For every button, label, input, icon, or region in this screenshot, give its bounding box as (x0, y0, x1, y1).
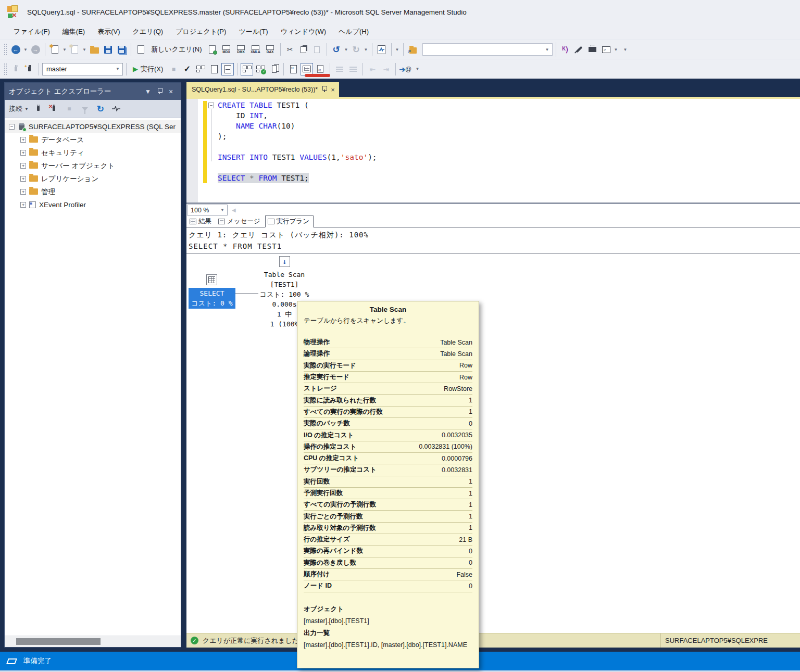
dax-query-button[interactable]: DAX (264, 45, 277, 54)
tree-node[interactable]: +セキュリティ (5, 146, 181, 159)
object-explorer-header[interactable]: オブジェクト エクスプローラー ▼ × (5, 83, 181, 100)
query-options-button[interactable] (208, 63, 220, 75)
toolbox-button[interactable] (586, 43, 599, 56)
table-scan-icon[interactable]: ↓ (279, 256, 290, 267)
results-to-file-button[interactable]: 01 (314, 63, 327, 75)
code-line[interactable]: ID INT, (218, 110, 800, 121)
execution-plan-canvas[interactable]: ↓ Table Scan[TEST1]コスト: 100 %0.000s1 中1 … (186, 253, 800, 633)
properties-wrench-button[interactable] (573, 43, 585, 56)
tree-node[interactable]: +管理 (5, 185, 181, 198)
chevron-down-icon[interactable]: ▼ (344, 43, 349, 56)
chevron-down-icon[interactable]: ▼ (115, 63, 120, 75)
chevron-down-icon[interactable]: ▼ (62, 43, 67, 56)
add-item-button[interactable]: ✱ (68, 43, 81, 56)
menu-item-3[interactable]: クエリ(Q) (127, 25, 170, 39)
document-tab[interactable]: SQLQuery1.sql - SU...APTOP5¥reclo (53))*… (186, 82, 339, 97)
estimated-plan-button[interactable] (194, 63, 207, 75)
results-tab-メッセージ[interactable]: メッセージ (216, 216, 264, 227)
activity-monitor-button[interactable] (376, 43, 388, 56)
navigate-forward-button[interactable]: → (29, 43, 42, 56)
save-all-button[interactable] (115, 43, 128, 56)
code-line[interactable]: NAME CHAR(10) (218, 121, 800, 131)
new-project-button[interactable]: ✱ (48, 43, 61, 56)
collapse-icon[interactable]: − (9, 124, 15, 130)
chevron-down-icon[interactable]: ▼ (364, 43, 369, 56)
expand-icon[interactable]: + (20, 189, 26, 195)
live-query-statistics-button[interactable]: ✓ (254, 63, 267, 75)
tree-node[interactable]: +サーバー オブジェクト (5, 159, 181, 172)
database-engine-query-button[interactable] (206, 43, 219, 56)
save-button[interactable] (102, 43, 114, 56)
chevron-down-icon[interactable]: ▼ (395, 43, 400, 56)
toolbar-grip[interactable] (4, 43, 7, 56)
results-tab-実行プラン[interactable]: 実行プラン (265, 215, 314, 227)
results-to-grid-button[interactable] (301, 63, 313, 75)
activity-monitor-icon[interactable] (110, 103, 122, 115)
results-tab-結果[interactable]: 結果 (188, 216, 215, 227)
decrease-indent-button[interactable]: ⇤ (366, 63, 379, 75)
tree-node[interactable]: +レプリケーション (5, 172, 181, 185)
change-connection-button[interactable]: ✦ (23, 63, 35, 75)
code-line[interactable]: CREATE TABLE TEST1 ( (218, 100, 800, 110)
chevron-down-icon[interactable]: ▼ (545, 43, 550, 56)
toolbar-overflow-button[interactable]: ▼ (623, 43, 628, 56)
close-icon[interactable]: × (331, 86, 335, 94)
navigate-back-button[interactable]: ← (9, 43, 22, 56)
command-window-button[interactable]: > (600, 43, 612, 56)
results-to-text-button[interactable]: 01 (287, 63, 299, 75)
dmx-query-button[interactable]: DMX (234, 45, 248, 54)
vs-code-window-button[interactable]: ᴷ⟩ (559, 43, 572, 56)
tree-node[interactable]: +XEvent Profiler (5, 198, 181, 211)
comment-lines-button[interactable] (333, 63, 346, 75)
cancel-query-button[interactable]: ■ (167, 63, 180, 75)
scroll-left-icon[interactable]: ◀ (232, 207, 236, 213)
auto-hide-pin-icon[interactable] (154, 87, 165, 96)
open-file-button[interactable] (88, 43, 101, 56)
select-node[interactable]: SELECT コスト: 0 % (189, 288, 235, 309)
results-pane-toggle-button[interactable] (221, 63, 234, 75)
database-combobox[interactable]: master ▼ (42, 63, 123, 75)
include-actual-execution-plan-button[interactable] (241, 63, 253, 75)
expand-icon[interactable]: + (20, 176, 26, 182)
chevron-down-icon[interactable]: ▼ (614, 43, 619, 56)
sql-editor[interactable]: − CREATE TABLE TEST1 ( ID INT, NAME CHAR… (186, 99, 800, 202)
disconnect-button[interactable]: ✕ (47, 103, 60, 115)
connect-dropdown-button[interactable]: 接続▼ (9, 104, 29, 113)
zoom-combobox[interactable]: 100 % ▼ (187, 205, 228, 215)
window-position-menu-icon[interactable]: ▼ (142, 88, 154, 95)
expand-icon[interactable]: + (20, 202, 26, 208)
increase-indent-button[interactable]: ⇥ (380, 63, 392, 75)
collapse-region-icon[interactable]: − (208, 103, 214, 108)
client-statistics-button[interactable] (268, 63, 280, 75)
toolbar-grip[interactable] (4, 63, 7, 75)
menu-item-7[interactable]: ヘルプ(H) (332, 25, 375, 39)
sqlcmd-mode-button[interactable]: ➔@ (399, 63, 411, 75)
connect-icon[interactable] (9, 63, 22, 75)
refresh-button[interactable]: ↻ (94, 103, 107, 115)
tree-node[interactable]: +データベース (5, 133, 181, 146)
code-area[interactable]: CREATE TABLE TEST1 ( ID INT, NAME CHAR(1… (218, 100, 800, 183)
horizontal-scrollbar[interactable] (5, 636, 181, 647)
menu-item-2[interactable]: 表示(V) (91, 25, 126, 39)
copy-button[interactable] (297, 43, 310, 56)
paste-button[interactable] (311, 43, 323, 56)
pin-icon[interactable] (322, 85, 327, 94)
chevron-down-icon[interactable]: ▼ (23, 43, 28, 56)
tree-node-server[interactable]: − SURFACELAPTOP5¥SQLEXPRESS (SQL Ser (5, 120, 181, 133)
toolbar-overflow-button[interactable]: ▼ (415, 63, 420, 75)
uncomment-lines-button[interactable] (347, 63, 359, 75)
chevron-down-icon[interactable]: ▼ (82, 43, 87, 56)
mdx-query-button[interactable]: MDX (220, 45, 233, 54)
code-line[interactable]: INSERT INTO TEST1 VALUES(1,'sato'); (218, 152, 800, 162)
filter-icon[interactable] (79, 103, 91, 115)
new-query-icon[interactable] (134, 43, 147, 56)
undo-button[interactable]: ↺ (330, 43, 343, 56)
search-combobox[interactable]: ▼ (422, 43, 553, 56)
expand-icon[interactable]: + (20, 150, 26, 156)
menu-item-0[interactable]: ファイル(F) (7, 25, 56, 39)
find-in-files-button[interactable]: ⌕ (407, 43, 419, 56)
expand-icon[interactable]: + (20, 137, 26, 143)
close-icon[interactable]: × (165, 87, 177, 96)
code-line[interactable] (218, 142, 800, 152)
connect-object-explorer-button[interactable] (32, 103, 44, 115)
